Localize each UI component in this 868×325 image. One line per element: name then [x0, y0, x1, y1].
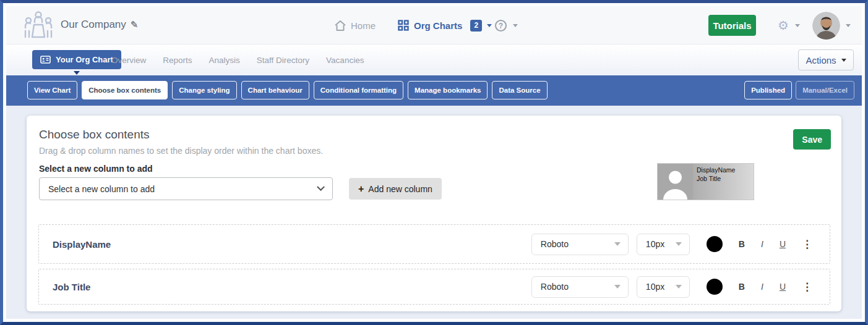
choose-box-contents-card: Choose box contents Drag & drop column n…	[27, 116, 841, 311]
font-family-value: Roboto	[541, 239, 569, 249]
preview-text: DisplayName Job Title	[693, 164, 754, 200]
save-button[interactable]: Save	[793, 129, 831, 150]
dropdown-arrow-icon	[614, 242, 621, 246]
user-menu[interactable]	[812, 6, 851, 44]
app: Our Company✎ Home Org Charts 2 ? Tutoria…	[6, 6, 862, 319]
toolbar-choose-box-contents[interactable]: Choose box contents	[82, 81, 168, 99]
manual-excel-button[interactable]: Manual/Excel	[796, 81, 854, 99]
column-select-value: Select a new column to add	[48, 184, 155, 194]
org-charts-grid-icon	[398, 20, 409, 31]
dropdown-arrow-icon	[614, 285, 621, 289]
toolbar-status-buttons: Published Manual/Excel	[744, 81, 854, 99]
font-family-value: Roboto	[541, 282, 569, 292]
gear-icon: ⚙	[778, 18, 789, 33]
settings-menu[interactable]: ⚙	[778, 6, 800, 44]
company-name: Our Company✎	[61, 19, 138, 31]
toolbar-view-chart[interactable]: View Chart	[27, 81, 77, 99]
font-size-select[interactable]: 10px	[637, 234, 690, 255]
tab-your-org-chart-label: Your Org Chart	[56, 55, 113, 64]
published-button[interactable]: Published	[744, 81, 792, 99]
preview-line-2: Job Title	[697, 175, 750, 184]
company-logo-icon	[23, 11, 54, 42]
chevron-down-icon	[513, 24, 518, 27]
help-menu[interactable]: ?	[495, 6, 518, 44]
tab-list: Overview Reports Analysis Staff Director…	[111, 44, 364, 75]
page-title: Choose box contents	[39, 128, 150, 141]
actions-button[interactable]: Actions	[798, 49, 854, 70]
font-size-value: 10px	[646, 282, 664, 292]
kebab-menu-icon[interactable]: ⋮	[802, 239, 812, 250]
chevron-down-icon	[841, 59, 846, 62]
toolbar-manage-bookmarks[interactable]: Manage bookmarks	[408, 81, 488, 99]
window-frame: Our Company✎ Home Org Charts 2 ? Tutoria…	[0, 0, 868, 325]
tab-overview[interactable]: Overview	[111, 56, 146, 65]
dropdown-arrow-icon	[676, 285, 682, 289]
dropdown-arrow-icon	[676, 242, 682, 246]
chevron-down-icon	[795, 24, 800, 27]
row-controls: Roboto 10px B I U ⋮	[531, 234, 812, 255]
italic-button[interactable]: I	[761, 282, 763, 292]
nav-home[interactable]: Home	[335, 6, 376, 44]
header: Our Company✎ Home Org Charts 2 ? Tutoria…	[6, 6, 862, 44]
chevron-down-icon	[317, 183, 325, 191]
tabs-bar: Your Org Chart Overview Reports Analysis…	[6, 44, 862, 75]
kebab-menu-icon[interactable]: ⋮	[802, 282, 812, 292]
bold-button[interactable]: B	[739, 239, 745, 249]
select-column-label: Select a new column to add	[39, 164, 153, 174]
org-chart-card-icon	[40, 56, 51, 64]
font-size-value: 10px	[646, 239, 664, 249]
font-family-select[interactable]: Roboto	[531, 234, 629, 255]
toolbar-chart-behaviour[interactable]: Chart behaviour	[241, 81, 309, 99]
tab-analysis[interactable]: Analysis	[209, 56, 240, 65]
tab-reports[interactable]: Reports	[163, 56, 192, 65]
help-icon: ?	[495, 20, 507, 32]
underline-button[interactable]: U	[780, 282, 786, 292]
toolbar-buttons: View Chart Choose box contents Change st…	[27, 81, 548, 99]
toolbar-conditional-formatting[interactable]: Conditional formatting	[314, 81, 403, 99]
chart-box-preview: DisplayName Job Title	[658, 164, 754, 200]
italic-button[interactable]: I	[761, 239, 763, 249]
field-row-job-title[interactable]: Job Title Roboto 10px B I U ⋮	[38, 269, 830, 305]
font-family-select[interactable]: Roboto	[531, 276, 629, 298]
nav-org-charts[interactable]: Org Charts 2	[398, 6, 492, 44]
field-row-displayname[interactable]: DisplayName Roboto 10px B I U ⋮	[38, 224, 830, 264]
nav-org-charts-label: Org Charts	[414, 20, 462, 31]
font-color-swatch[interactable]	[707, 279, 723, 295]
row-controls: Roboto 10px B I U ⋮	[531, 276, 812, 298]
plus-icon: +	[358, 184, 364, 195]
add-new-column-button[interactable]: + Add new column	[349, 178, 442, 200]
avatar[interactable]	[812, 12, 840, 40]
edit-pencil-icon[interactable]: ✎	[131, 19, 139, 30]
bold-button[interactable]: B	[739, 282, 745, 292]
main-content: Choose box contents Drag & drop column n…	[6, 106, 862, 319]
column-select[interactable]: Select a new column to add	[39, 177, 333, 200]
underline-button[interactable]: U	[780, 239, 786, 249]
field-name-label: DisplayName	[53, 239, 111, 250]
toolbar-change-styling[interactable]: Change styling	[172, 81, 236, 99]
preview-line-1: DisplayName	[697, 166, 750, 175]
field-name-label: Job Title	[53, 282, 90, 292]
actions-label: Actions	[806, 55, 836, 65]
font-color-swatch[interactable]	[707, 236, 723, 252]
org-charts-count-badge: 2	[470, 20, 482, 32]
toolbar-data-source[interactable]: Data Source	[492, 81, 547, 99]
tab-staff-directory[interactable]: Staff Directory	[257, 56, 309, 65]
chevron-down-icon	[487, 24, 492, 27]
chevron-down-icon	[846, 24, 851, 27]
preview-photo-placeholder	[658, 164, 693, 200]
home-icon	[335, 20, 346, 31]
chart-toolbar: View Chart Choose box contents Change st…	[6, 75, 862, 106]
tutorials-button[interactable]: Tutorials	[708, 15, 756, 36]
tab-vacancies[interactable]: Vacancies	[326, 56, 364, 65]
tab-your-org-chart[interactable]: Your Org Chart	[32, 50, 121, 69]
font-size-select[interactable]: 10px	[637, 276, 690, 298]
nav-home-label: Home	[351, 20, 376, 31]
add-new-column-label: Add new column	[368, 184, 432, 194]
page-subtitle: Drag & drop column names to set the disp…	[39, 146, 323, 156]
